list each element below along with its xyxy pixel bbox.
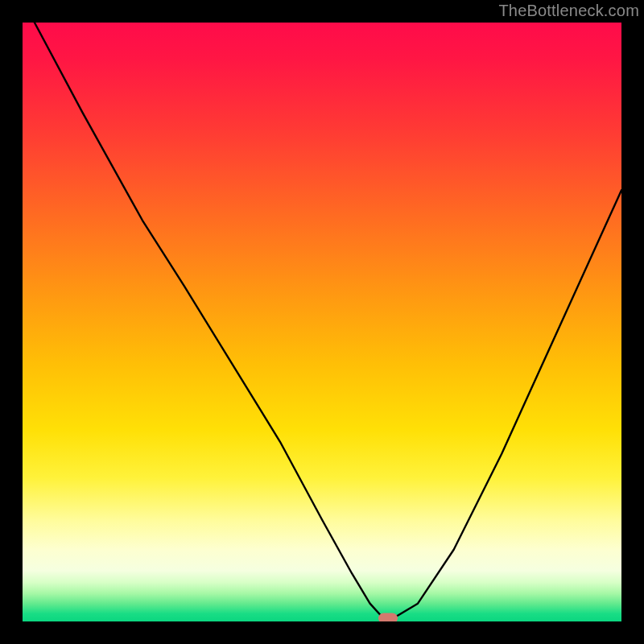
bottleneck-curve: [23, 23, 621, 621]
watermark-text: TheBottleneck.com: [498, 2, 639, 20]
chart-frame: TheBottleneck.com: [0, 0, 644, 644]
optimal-point-marker: [378, 613, 398, 621]
plot-area: [23, 23, 621, 621]
